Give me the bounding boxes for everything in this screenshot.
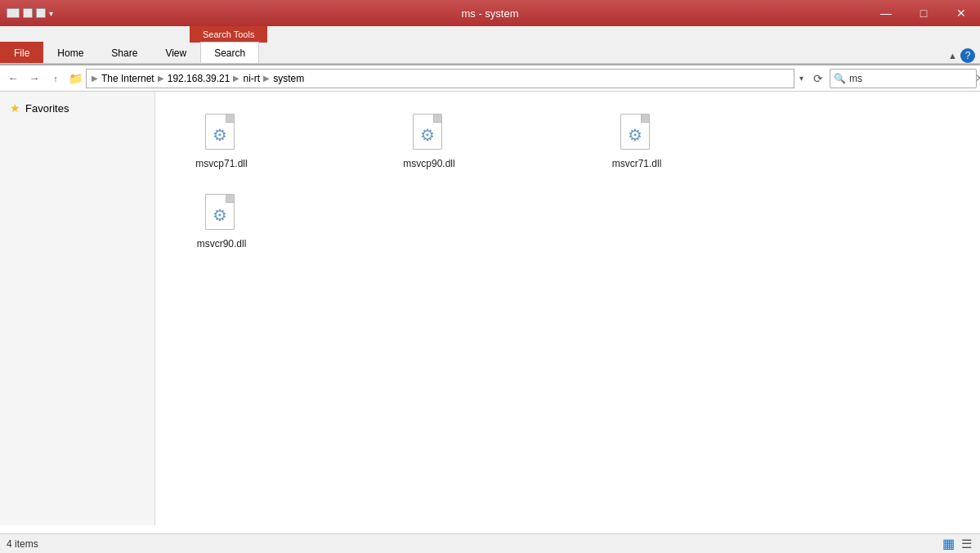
tab-view[interactable]: View: [151, 42, 200, 63]
ribbon-tab-bar: File Home Share View Search ▲ ?: [0, 43, 980, 64]
tab-bar-fill: [259, 63, 943, 64]
path-segment-nirt-label: ni-rt: [243, 73, 260, 84]
search-tools-context-label: Search Tools: [190, 26, 267, 43]
back-button[interactable]: ←: [3, 69, 23, 88]
path-segment-ip[interactable]: 192.168.39.21: [168, 73, 230, 84]
address-bar: ← → ↑ 📁 ▶ The Internet ▶ 192.168.39.21 ▶…: [0, 65, 980, 92]
up-button[interactable]: ↑: [46, 69, 65, 88]
path-sep-2: ▶: [233, 74, 239, 83]
window-controls: — □ ✕: [867, 0, 980, 26]
file-icon-msvcp71: ⚙: [205, 114, 238, 153]
search-clear-button[interactable]: ✕: [975, 72, 980, 84]
sidebar: ★ Favorites: [0, 92, 155, 525]
file-item-msvcp71[interactable]: ⚙ msvcp71.dll: [168, 105, 275, 178]
path-segment-internet-label: The Internet: [101, 73, 154, 84]
favorites-star-icon: ★: [10, 101, 20, 115]
tab-file[interactable]: File: [0, 42, 43, 63]
forward-button[interactable]: →: [25, 69, 44, 88]
tab-share[interactable]: Share: [97, 42, 151, 63]
system-icon-3: [36, 8, 46, 18]
status-bar: 4 items ▦ ☰: [0, 533, 980, 553]
ribbon-expand-icon[interactable]: ▲: [948, 51, 957, 61]
address-path[interactable]: ▶ The Internet ▶ 192.168.39.21 ▶ ni-rt ▶…: [86, 69, 794, 88]
dropdown-arrow-icon[interactable]: ▾: [49, 9, 53, 18]
context-label-bar: Search Tools: [0, 26, 980, 43]
tab-home[interactable]: Home: [43, 42, 97, 63]
title-bar-system-icons: ▾: [7, 8, 53, 18]
address-dropdown-button[interactable]: ▾: [796, 74, 807, 83]
tab-search-label: Search: [214, 47, 245, 59]
file-row-2: ⚙ msvcr90.dll: [165, 182, 970, 262]
path-segment-ip-label: 192.168.39.21: [168, 73, 230, 84]
file-item-msvcp90[interactable]: ⚙ msvcp90.dll: [376, 105, 482, 178]
file-item-msvcr90[interactable]: ⚙ msvcr90.dll: [168, 185, 275, 259]
ribbon: Search Tools File Home Share View Search…: [0, 26, 980, 65]
file-name-msvcr90: msvcr90.dll: [197, 238, 247, 250]
title-bar: ▾ ms - system — □ ✕: [0, 0, 980, 26]
file-icon-msvcp90: ⚙: [413, 114, 445, 153]
search-box[interactable]: 🔍 ✕: [830, 69, 977, 88]
main-layout: ★ Favorites ⚙ msvcp71.dll ⚙ msvcp9: [0, 92, 980, 525]
search-input[interactable]: [849, 73, 972, 84]
tab-file-label: File: [14, 47, 29, 59]
path-segment-system[interactable]: system: [273, 73, 304, 84]
path-separator-root: ▶: [92, 74, 98, 83]
ribbon-right-icons: ▲ ?: [943, 48, 980, 64]
file-name-msvcr71: msvcr71.dll: [612, 158, 662, 169]
sidebar-item-favorites-label: Favorites: [25, 102, 69, 115]
path-segment-internet[interactable]: The Internet: [101, 73, 154, 84]
sidebar-item-favorites[interactable]: ★ Favorites: [0, 98, 154, 118]
path-segment-nirt[interactable]: ni-rt: [243, 73, 260, 84]
list-view-icon[interactable]: ☰: [959, 537, 973, 551]
tab-search[interactable]: Search: [200, 42, 259, 63]
tab-home-label: Home: [57, 47, 83, 59]
maximize-button[interactable]: □: [905, 0, 942, 26]
file-item-msvcr71[interactable]: ⚙ msvcr71.dll: [584, 105, 690, 178]
tab-share-label: Share: [111, 47, 137, 59]
file-name-msvcp90: msvcp90.dll: [403, 158, 454, 169]
close-button[interactable]: ✕: [942, 0, 980, 26]
path-sep-3: ▶: [263, 74, 270, 83]
search-magnifier-icon: 🔍: [834, 73, 846, 84]
status-right: ▦ ☰: [941, 537, 973, 551]
grid-view-icon[interactable]: ▦: [941, 537, 955, 551]
title-bar-left: ▾: [7, 8, 53, 18]
path-sep-1: ▶: [158, 74, 164, 83]
minimize-button[interactable]: —: [867, 0, 905, 26]
window-title: ms - system: [461, 7, 518, 20]
system-icon-1: [7, 8, 20, 18]
path-segment-system-label: system: [273, 73, 304, 84]
item-count-label: 4 items: [7, 538, 38, 550]
file-name-msvcp71: msvcp71.dll: [195, 158, 247, 169]
refresh-button[interactable]: ⟳: [808, 69, 828, 88]
file-icon-msvcr90: ⚙: [205, 194, 238, 233]
tab-view-label: View: [165, 47, 186, 59]
file-icon-msvcr71: ⚙: [620, 114, 653, 153]
path-folder-icon: 📁: [69, 72, 83, 85]
help-icon[interactable]: ?: [960, 48, 975, 63]
system-icon-2: [23, 8, 33, 18]
file-content-area: ⚙ msvcp71.dll ⚙ msvcp90.dll ⚙: [155, 92, 980, 525]
